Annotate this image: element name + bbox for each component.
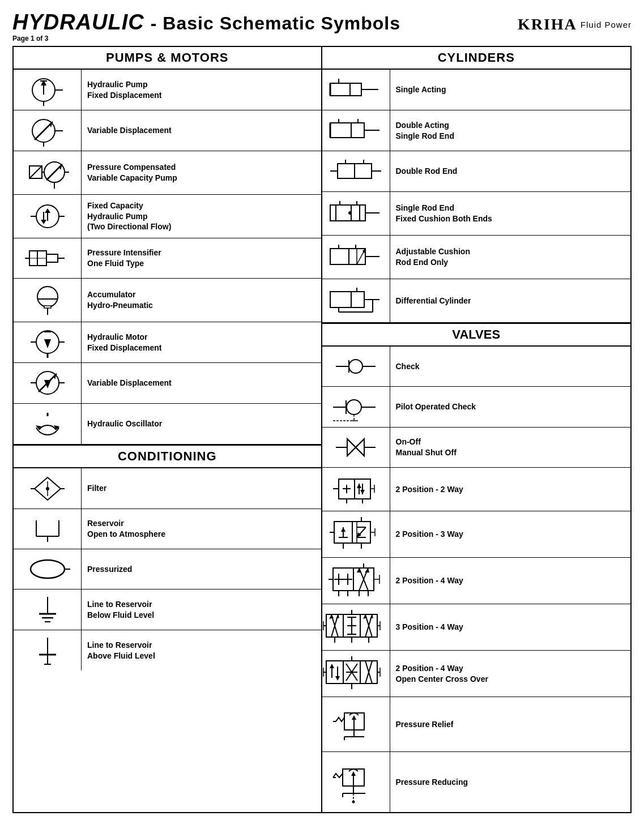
list-item: 2 Position - 4 Way	[322, 558, 631, 604]
svg-marker-131	[357, 484, 361, 488]
list-item: 2 Position - 2 Way	[322, 468, 631, 511]
list-item: Adjustable CushionRod End Only	[322, 236, 631, 279]
header-left: HYDRAULIC - Basic Schematic Symbols Page…	[12, 10, 400, 42]
list-item: Filter	[14, 468, 321, 509]
symbol-pressure-relief	[322, 697, 390, 751]
symbol-hydraulic-oscillator	[14, 404, 82, 444]
symbol-2pos-3way	[322, 511, 390, 557]
conditioning-header: CONDITIONING	[14, 445, 321, 468]
symbol-accumulator	[14, 279, 82, 322]
svg-marker-142	[341, 527, 346, 532]
list-item: Variable Displacement	[14, 363, 321, 404]
symbol-fixed-capacity-pump	[14, 195, 82, 238]
svg-rect-75	[330, 123, 364, 138]
symbol-single-acting	[322, 70, 390, 110]
label-double-rod-end: Double Rod End	[390, 161, 631, 181]
list-item: On-OffManual Shut Off	[322, 428, 631, 468]
label-reservoir-open: ReservoirOpen to Atmosphere	[82, 514, 321, 544]
list-item: Double Rod End	[322, 151, 631, 192]
list-item: ReservoirOpen to Atmosphere	[14, 509, 321, 549]
brand-sub: Fluid Power	[581, 20, 632, 29]
svg-marker-37	[44, 339, 51, 348]
brand-name: KRIHA	[518, 15, 577, 33]
symbol-pressure-intensifier	[14, 238, 82, 278]
symbol-2pos-4way-open-center	[322, 651, 390, 697]
symbol-2pos-2way	[322, 468, 390, 511]
label-2pos-4way-open-center: 2 Position - 4 WayOpen Center Cross Over	[390, 659, 631, 689]
symbol-on-off-manual	[322, 428, 390, 467]
label-2pos-4way: 2 Position - 4 Way	[390, 571, 631, 591]
label-variable-displacement-pump: Variable Displacement	[82, 121, 321, 140]
symbol-check	[322, 347, 390, 386]
list-item: Check	[322, 347, 631, 387]
symbol-hydraulic-motor-fixed	[14, 322, 82, 362]
label-3pos-4way: 3 Position - 4 Way	[390, 617, 631, 637]
list-item: Pressure CompensatedVariable Capacity Pu…	[14, 151, 321, 195]
label-check: Check	[390, 357, 631, 377]
svg-marker-162	[365, 568, 369, 573]
label-variable-displacement-motor: Variable Displacement	[82, 373, 321, 393]
svg-line-12	[29, 166, 42, 178]
cylinders-header: CYLINDERS	[322, 47, 631, 70]
list-item: Hydraulic PumpFixed Displacement	[14, 70, 321, 110]
label-2pos-2way: 2 Position - 2 Way	[390, 480, 631, 499]
label-filter: Filter	[82, 479, 321, 498]
symbol-pressurized	[14, 549, 82, 589]
list-item: Variable Displacement	[14, 110, 321, 151]
symbol-pressure-compensated	[14, 151, 82, 194]
symbol-line-reservoir-below	[14, 589, 82, 630]
svg-point-32	[37, 287, 58, 307]
list-item: Line to ReservoirAbove Fluid Level	[14, 630, 321, 670]
list-item: Pressure Reducing	[322, 752, 631, 812]
brand-logo: KRIHA Fluid Power	[518, 15, 632, 33]
svg-marker-21	[45, 208, 50, 213]
svg-rect-103	[330, 292, 364, 307]
list-item: Single Rod EndFixed Cushion Both Ends	[322, 192, 631, 236]
main-grid: PUMPS & MOTORS	[12, 46, 632, 813]
label-2pos-3way: 2 Position - 3 Way	[390, 524, 631, 544]
main-title: HYDRAULIC - Basic Schematic Symbols	[12, 10, 400, 35]
symbol-pilot-operated-check	[322, 387, 390, 427]
label-hydraulic-motor-fixed: Hydraulic MotorFixed Displacement	[82, 327, 321, 358]
symbol-reservoir-open	[14, 509, 82, 549]
symbol-adjustable-cushion	[322, 236, 390, 279]
symbol-fixed-cushion-both	[322, 192, 390, 235]
page-header: HYDRAULIC - Basic Schematic Symbols Page…	[12, 10, 632, 42]
svg-point-115	[347, 400, 361, 415]
page-wrapper: HYDRAULIC - Basic Schematic Symbols Page…	[12, 10, 632, 813]
list-item: Line to ReservoirBelow Fluid Level	[14, 589, 321, 630]
list-item: Pressure IntensifierOne Fluid Type	[14, 238, 321, 279]
svg-rect-70	[330, 83, 361, 96]
symbol-double-rod-end	[322, 151, 390, 191]
svg-rect-95	[330, 249, 365, 264]
symbol-2pos-4way	[322, 558, 390, 604]
svg-marker-133	[360, 490, 365, 494]
list-item: 2 Position - 3 Way	[322, 511, 631, 558]
symbol-filter	[14, 468, 82, 509]
label-pressure-intensifier: Pressure IntensifierOne Fluid Type	[82, 243, 321, 274]
label-line-reservoir-above: Line to ReservoirAbove Fluid Level	[82, 635, 321, 666]
svg-marker-163	[357, 568, 361, 573]
label-pilot-operated-check: Pilot Operated Check	[390, 397, 631, 417]
right-panel: CYLINDERS	[322, 47, 631, 812]
left-panel: PUMPS & MOTORS	[14, 47, 322, 812]
svg-rect-195	[326, 661, 343, 684]
svg-rect-27	[46, 254, 58, 262]
label-pressure-reducing: Pressure Reducing	[390, 772, 631, 792]
label-adjustable-cushion: Adjustable CushionRod End Only	[390, 242, 631, 272]
label-pressure-compensated: Pressure CompensatedVariable Capacity Pu…	[82, 157, 321, 188]
list-item: 3 Position - 4 Way	[322, 604, 631, 651]
symbol-differential-cylinder	[322, 279, 390, 322]
svg-marker-199	[330, 664, 334, 668]
svg-marker-222	[351, 771, 356, 776]
label-fixed-cushion-both: Single Rod EndFixed Cushion Both Ends	[390, 198, 631, 229]
svg-rect-89	[360, 205, 365, 221]
list-item: Single Acting	[322, 70, 631, 110]
label-hydraulic-oscillator: Hydraulic Oscillator	[82, 414, 321, 434]
label-hydraulic-pump-fixed: Hydraulic PumpFixed Displacement	[82, 75, 321, 105]
label-on-off-manual: On-OffManual Shut Off	[390, 432, 631, 463]
label-line-reservoir-below: Line to ReservoirBelow Fluid Level	[82, 595, 321, 625]
list-item: Pressurized	[14, 549, 321, 589]
svg-rect-35	[44, 306, 51, 308]
svg-point-111	[349, 360, 362, 373]
